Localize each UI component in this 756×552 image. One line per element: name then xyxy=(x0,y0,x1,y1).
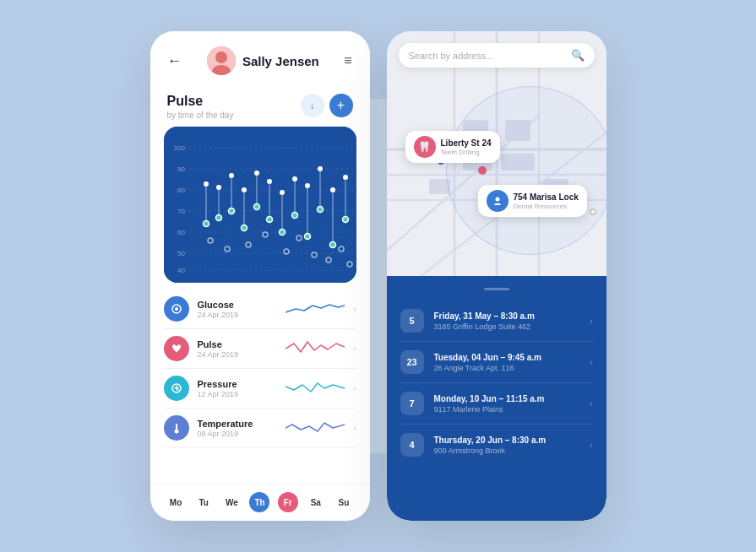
metric-glucose[interactable]: Glucose 24 Apr 2019 › xyxy=(164,290,356,329)
svg-text:50: 50 xyxy=(177,250,185,257)
glucose-chevron: › xyxy=(353,305,356,314)
svg-text:70: 70 xyxy=(177,208,185,215)
back-button[interactable]: ← xyxy=(167,52,182,70)
add-button[interactable]: + xyxy=(329,94,353,117)
svg-point-84 xyxy=(495,198,499,202)
day-mo[interactable]: Mo xyxy=(166,492,186,512)
pulse-actions: ↓ + xyxy=(301,94,353,117)
metric-temperature[interactable]: Temperature 08 Apr 2019 › xyxy=(164,409,356,448)
pulse-metric-date: 24 Apr 2019 xyxy=(198,350,278,359)
day-th[interactable]: Th xyxy=(249,492,269,512)
svg-point-44 xyxy=(304,234,310,240)
day-tu[interactable]: Tu xyxy=(193,492,214,512)
apt-4-chevron: › xyxy=(590,441,592,450)
apt-4-day: 4 xyxy=(400,433,424,457)
left-phone-card: ← Sally Jensen ≡ Pulse by time of the da… xyxy=(150,31,370,521)
svg-point-43 xyxy=(305,183,310,188)
temperature-sparkline xyxy=(286,416,345,440)
svg-point-46 xyxy=(318,166,323,171)
svg-point-32 xyxy=(253,204,259,210)
map-pin-marisa[interactable]: 754 Marisa Lock Dental Resources xyxy=(478,185,587,217)
appointment-4[interactable]: 4 Thursday, 20 Jun – 8:30 a.m 900 Armstr… xyxy=(400,425,593,465)
day-we-circle: We xyxy=(221,492,242,512)
metrics-list: Glucose 24 Apr 2019 › Pulse 24 Apr 2019 xyxy=(150,283,370,483)
svg-point-41 xyxy=(291,213,297,219)
map-dot-white xyxy=(590,208,596,215)
glucose-date: 24 Apr 2019 xyxy=(198,311,278,319)
apt-3-info: Monday, 10 Jun – 11:15 a.m 9117 Marlene … xyxy=(434,394,580,414)
pressure-date: 12 Apr 2019 xyxy=(198,390,278,398)
apt-3-chevron: › xyxy=(590,399,592,409)
map-section: Search by address... 🔍 🦷 Liberty St 24 T… xyxy=(387,31,606,276)
apt-2-info: Tuesday, 04 Jun – 9:45 a.m 26 Angie Trac… xyxy=(434,353,580,372)
glucose-icon xyxy=(164,296,189,322)
temperature-icon xyxy=(164,415,189,441)
pulse-subtitle: by time of the day xyxy=(167,111,234,120)
pressure-icon xyxy=(164,376,189,401)
svg-point-37 xyxy=(280,190,285,195)
pulse-sparkline xyxy=(286,337,345,360)
pulse-icon xyxy=(164,336,189,361)
svg-point-65 xyxy=(175,307,178,311)
svg-text:100: 100 xyxy=(173,144,185,152)
pulse-metric-name: Pulse xyxy=(198,339,278,349)
temperature-info: Temperature 08 Apr 2019 xyxy=(198,419,278,438)
svg-point-47 xyxy=(317,207,323,213)
day-we[interactable]: We xyxy=(221,492,242,512)
svg-rect-3 xyxy=(164,127,356,283)
left-header: ← Sally Jensen ≡ xyxy=(150,31,370,85)
pressure-chevron: › xyxy=(353,384,356,393)
metric-pulse[interactable]: Pulse 24 Apr 2019 › xyxy=(164,329,356,369)
day-tu-circle: Tu xyxy=(193,492,214,512)
appointment-3[interactable]: 7 Monday, 10 Jun – 11:15 a.m 9117 Marlen… xyxy=(400,383,593,425)
apt-1-info: Friday, 31 May – 8:30 a.m 3165 Griffin L… xyxy=(434,311,580,331)
user-info: Sally Jensen xyxy=(207,46,319,75)
temperature-date: 08 Apr 2019 xyxy=(198,430,278,438)
appointment-1[interactable]: 5 Friday, 31 May – 8:30 a.m 3165 Griffin… xyxy=(400,300,593,342)
liberty-pin-sub: Teeth Drilling xyxy=(441,149,492,156)
menu-icon[interactable]: ≡ xyxy=(344,53,352,68)
apt-2-chevron: › xyxy=(590,358,592,367)
svg-point-38 xyxy=(279,230,285,235)
apt-2-title: Tuesday, 04 Jun – 9:45 a.m xyxy=(434,353,580,362)
apt-3-title: Monday, 10 Jun – 11:15 a.m xyxy=(434,394,580,403)
apt-4-title: Thursday, 20 Jun – 8:30 a.m xyxy=(434,436,580,445)
liberty-pin-title: Liberty St 24 xyxy=(441,138,492,148)
apt-2-day: 23 xyxy=(400,350,424,374)
metric-pressure[interactable]: Pressure 12 Apr 2019 › xyxy=(164,369,356,409)
apt-1-title: Friday, 31 May – 8:30 a.m xyxy=(434,311,580,321)
apt-4-info: Thursday, 20 Jun – 8:30 a.m 900 Armstron… xyxy=(434,436,580,455)
apt-2-address: 26 Angie Track Apt. 116 xyxy=(434,364,580,372)
search-icon[interactable]: 🔍 xyxy=(571,49,585,62)
pulse-chart: 100 90 80 70 60 50 40 xyxy=(164,127,356,283)
day-fr[interactable]: Fr xyxy=(278,492,298,512)
map-pin-liberty[interactable]: 🦷 Liberty St 24 Teeth Drilling xyxy=(405,131,500,163)
svg-point-53 xyxy=(342,217,348,223)
svg-text:90: 90 xyxy=(177,165,185,173)
day-su[interactable]: Su xyxy=(334,492,354,512)
apt-4-address: 900 Armstrong Brook xyxy=(434,446,580,455)
pulse-info: Pulse by time of the day xyxy=(167,94,234,120)
weekday-bar: Mo Tu We Th Fr Sa Su xyxy=(150,483,370,521)
day-sa[interactable]: Sa xyxy=(306,492,326,512)
appointment-2[interactable]: 23 Tuesday, 04 Jun – 9:45 a.m 26 Angie T… xyxy=(400,342,593,383)
temperature-name: Temperature xyxy=(198,419,278,429)
apt-3-address: 9117 Marlene Plains xyxy=(434,405,580,414)
download-button[interactable]: ↓ xyxy=(301,94,324,117)
pressure-name: Pressure xyxy=(198,379,278,389)
svg-point-20 xyxy=(203,221,209,227)
pressure-sparkline xyxy=(286,376,345,400)
marisa-pin-icon xyxy=(487,190,509,212)
map-dot-red xyxy=(478,166,487,175)
svg-text:80: 80 xyxy=(177,187,185,194)
marisa-pin-title: 754 Marisa Lock xyxy=(514,192,579,202)
day-mo-circle: Mo xyxy=(166,492,186,512)
avatar xyxy=(207,46,236,75)
svg-point-52 xyxy=(343,175,348,180)
svg-point-49 xyxy=(330,187,335,192)
glucose-name: Glucose xyxy=(198,300,278,310)
svg-rect-67 xyxy=(176,424,177,430)
svg-point-23 xyxy=(215,215,221,221)
apt-1-day: 5 xyxy=(400,309,424,333)
pulse-section: Pulse by time of the day ↓ + xyxy=(150,85,370,127)
